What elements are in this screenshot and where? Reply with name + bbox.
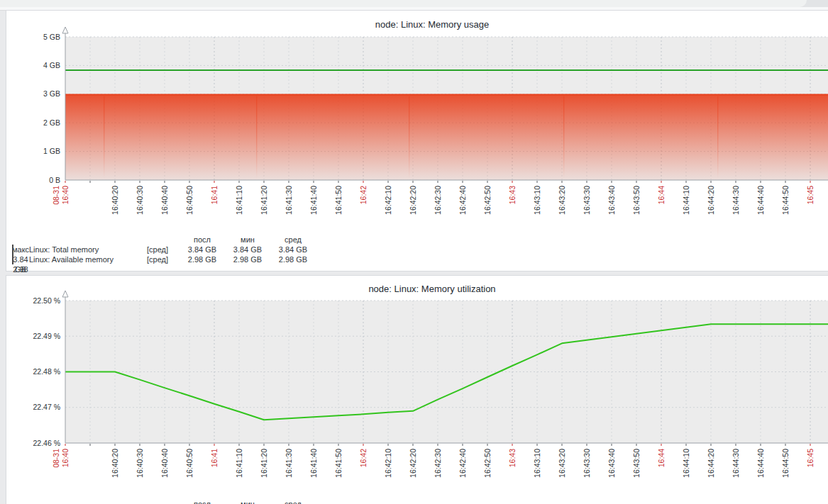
- x-axis-tick-label: 16:40:40: [160, 186, 169, 215]
- legend-series-name: Linux: Available memory: [29, 254, 147, 264]
- area-segment-seam: [104, 96, 104, 179]
- x-axis-tick-label: 16:41: [210, 186, 219, 204]
- x-axis-tick-label: 16:41:10: [235, 449, 243, 478]
- area-segment-seam: [563, 96, 564, 179]
- x-axis-tick-label: 16:45: [806, 186, 815, 204]
- x-axis-tick-label: 16:43:50: [632, 449, 641, 478]
- x-axis-tick-label: 16:42: [359, 449, 368, 467]
- x-axis-tick-label: 16:43:40: [607, 449, 616, 478]
- memory-usage-legend: послминсредмаксLinux: Total memory[сред]…: [6, 235, 404, 264]
- x-axis-date-label: 16:40: [61, 449, 70, 467]
- x-axis-tick-label: 16:41:30: [285, 186, 293, 215]
- x-axis-tick-label: 16:44:40: [756, 186, 765, 215]
- x-axis-tick-label: 16:41:50: [334, 449, 343, 478]
- legend-header-row: послминсредмакс: [6, 499, 404, 504]
- legend-series-row: Linux: Available memory[сред]2.98 GB2.98…: [6, 254, 404, 264]
- x-axis-tick-label: 16:44:50: [781, 449, 790, 478]
- x-axis-tick-label: 16:42:20: [409, 449, 417, 478]
- x-axis-tick-label: 16:43:20: [558, 449, 566, 478]
- x-axis-tick-label: 16:41:20: [260, 449, 268, 478]
- x-axis-tick-label: 16:42:30: [434, 449, 442, 478]
- x-axis-tick-label: 16:42:50: [483, 449, 492, 478]
- memory-utilization-widget: node: Linux: Memory utilization 22.50 %2…: [6, 275, 828, 504]
- x-axis-tick-label: 16:44: [657, 186, 666, 204]
- x-axis-date-label: 16:40: [61, 186, 70, 204]
- x-axis-tick-label: 16:44:10: [682, 186, 690, 215]
- x-axis-tick-label: 16:41:40: [309, 186, 318, 215]
- x-axis-tick-label: 16:41:20: [260, 186, 268, 215]
- x-axis-tick-label: 16:44:30: [732, 186, 740, 215]
- x-axis-tick-label: 16:40:40: [160, 449, 169, 478]
- x-axis-tick-label: 16:43: [508, 186, 517, 204]
- y-axis-tick-label: 22.46 %: [33, 439, 60, 447]
- x-axis-tick-label: 16:40:30: [136, 186, 144, 215]
- y-axis-tick-label: 22.49 %: [33, 332, 60, 340]
- memory-utilization-legend: послминсредмакс: [6, 499, 404, 504]
- legend-header-row: послминсредмакс: [6, 235, 404, 245]
- x-axis-tick-label: 16:44:10: [682, 449, 690, 478]
- y-axis-tick-label: 22.48 %: [33, 367, 60, 376]
- legend-stat-value: 3.84 GB: [225, 245, 270, 254]
- x-axis-tick-label: 16:40:50: [185, 449, 194, 478]
- x-axis-tick-label: 16:42:20: [409, 186, 417, 215]
- area-segment-seam: [256, 96, 257, 179]
- browser-tab-bar: [0, 0, 828, 7]
- series-color-swatch: [12, 254, 13, 264]
- x-axis-tick-label: 16:42:10: [384, 186, 392, 215]
- x-axis-tick-label: 16:45: [806, 449, 815, 467]
- legend-column-header: посл: [180, 499, 225, 504]
- legend-series-row: Linux: Total memory[сред]3.84 GB3.84 GB3…: [6, 245, 404, 254]
- area-segment-seam: [409, 96, 409, 179]
- y-axis-arrow-icon: [62, 27, 68, 33]
- legend-column-header: сред: [270, 499, 316, 504]
- x-axis-tick-label: 16:43: [508, 449, 517, 467]
- legend-stat-value: 2.98 GB: [180, 254, 225, 264]
- legend-stat-value: 3.84 GB: [180, 245, 225, 254]
- available-memory-area: [65, 95, 828, 180]
- x-axis-date-label: 08-31: [52, 449, 60, 468]
- x-axis-tick-label: 16:41: [210, 449, 219, 467]
- x-axis-tick-label: 16:41:30: [285, 449, 293, 478]
- x-axis-tick-label: 16:40:30: [136, 449, 144, 478]
- legend-stat-value: 2.98 GB: [270, 254, 316, 264]
- x-axis-tick-label: 16:44:40: [756, 449, 765, 478]
- y-axis-tick-label: 4 GB: [43, 61, 60, 69]
- x-axis-tick-label: 16:42:10: [384, 449, 392, 478]
- legend-series-function: [сред]: [147, 254, 180, 264]
- memory-utilization-plot[interactable]: 22.50 %22.49 %22.48 %22.47 %22.46 %16:40…: [6, 276, 828, 504]
- x-axis-tick-label: 16:43:10: [533, 449, 541, 478]
- x-axis-tick-label: 16:42: [359, 186, 368, 204]
- y-axis-tick-label: 5 GB: [43, 33, 60, 41]
- y-axis-tick-label: 2 GB: [43, 118, 60, 127]
- x-axis-tick-label: 16:42:50: [483, 186, 492, 215]
- x-axis-tick-label: 16:42:40: [458, 186, 467, 215]
- legend-column-header: сред: [270, 235, 316, 245]
- y-axis-tick-label: 0 B: [49, 176, 60, 184]
- memory-usage-widget: node: Linux: Memory usage 5 GB4 GB3 GB2 …: [6, 10, 828, 271]
- x-axis-tick-label: 16:40:50: [185, 186, 194, 215]
- legend-column-header: мин: [225, 499, 270, 504]
- legend-stat-value: 3.84 GB: [270, 245, 316, 254]
- y-axis-tick-label: 1 GB: [43, 147, 60, 155]
- x-axis-tick-label: 16:43:50: [632, 186, 641, 215]
- x-axis-tick-label: 16:41:40: [309, 449, 318, 478]
- legend-stat-value: 2.98 GB: [225, 254, 270, 264]
- legend-series-name: Linux: Total memory: [29, 245, 147, 254]
- x-axis-tick-label: 16:43:40: [607, 186, 616, 215]
- x-axis-tick-label: 16:41:50: [334, 186, 343, 215]
- y-axis-tick-label: 3 GB: [43, 89, 60, 98]
- x-axis-tick-label: 16:44:30: [732, 449, 740, 478]
- x-axis-tick-label: 16:43:10: [533, 186, 541, 215]
- legend-series-function: [сред]: [147, 245, 180, 254]
- x-axis-tick-label: 16:43:30: [583, 186, 591, 215]
- memory-usage-plot[interactable]: 5 GB4 GB3 GB2 GB1 GB0 B16:4008-3116:40:2…: [6, 11, 828, 232]
- x-axis-tick-label: 16:42:30: [434, 186, 442, 215]
- x-axis-tick-label: 16:40:20: [111, 449, 119, 478]
- x-axis-tick-label: 16:43:30: [583, 449, 591, 478]
- x-axis-tick-label: 16:42:40: [458, 449, 467, 478]
- x-axis-tick-label: 16:44:50: [781, 186, 790, 215]
- x-axis-date-label: 08-31: [52, 186, 60, 205]
- legend-column-header: посл: [180, 235, 225, 245]
- y-axis-tick-label: 22.47 %: [33, 403, 60, 411]
- x-axis-tick-label: 16:44:20: [707, 449, 715, 478]
